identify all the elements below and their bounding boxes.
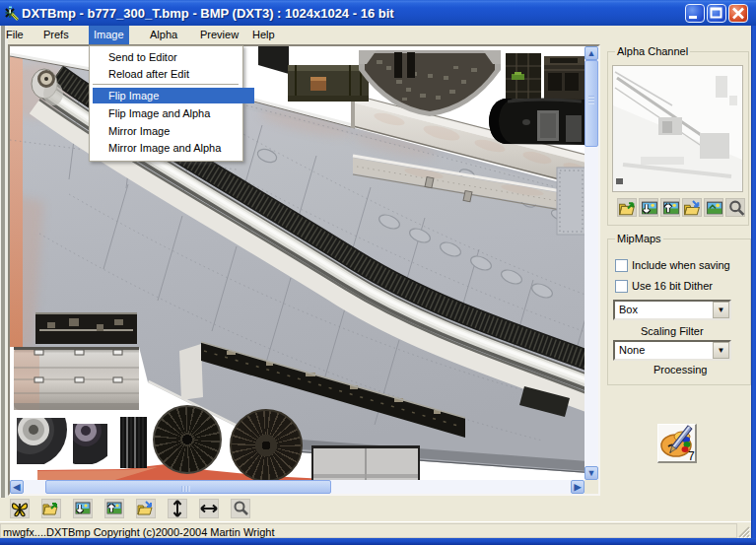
svg-text:7: 7 <box>688 449 695 462</box>
